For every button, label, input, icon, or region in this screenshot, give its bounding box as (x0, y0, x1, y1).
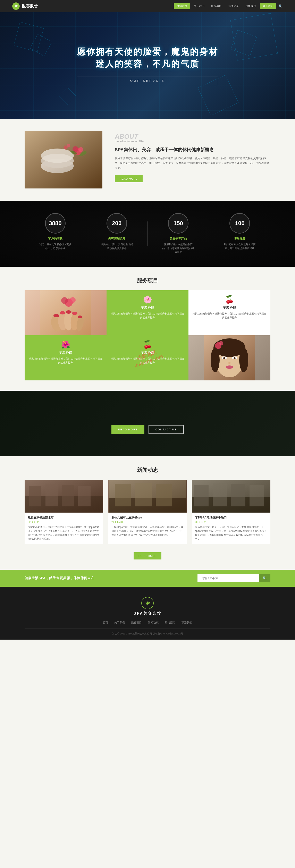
service-card-green-2: 🌺 美容护理 精挑社市的加强与科技进行提升，我们从内部提升从上面有精不漂亮的变化… (25, 335, 107, 380)
logo-icon: ❀ (12, 2, 20, 10)
svg-point-28 (211, 348, 219, 372)
footer-nav-contact[interactable]: 联系我们 (181, 621, 192, 624)
svg-point-23 (70, 297, 76, 303)
service-green-icon-1: 🌸 (111, 295, 184, 304)
nav-services[interactable]: 服务项目 (208, 3, 225, 9)
news-content-2: 了解SPA常见按摩手法们 2019-05-11 SPA是现代女士每天十分流行的休… (192, 513, 270, 544)
svg-point-33 (234, 357, 236, 359)
logo[interactable]: ❀ 悦容肤舍 (12, 2, 38, 10)
footer-copyright: 版权 © 2011-2019 某某美容机构公司 版权所有 粤ICP备xxxxxx… (25, 632, 270, 636)
service-card-white-1: 🍒 美容护理 精挑社市的加强与科技进行提升，我们从内部提升从上面有精不漂亮的变化… (188, 290, 270, 335)
logo-text: 悦容肤舍 (22, 3, 38, 9)
about-label: ABOUT (115, 133, 270, 140)
stat-number-3: 100 (230, 213, 250, 234)
spa-read-more-button[interactable]: READ MORE (115, 175, 143, 182)
spa-intro-section: ABOUT the advantages of SPA SPA集休闲、美容、减压… (0, 119, 295, 201)
promo-read-more-button[interactable]: READ MORE (112, 425, 144, 434)
news-date-0: 2019-05-11 (28, 521, 100, 523)
svg-point-17 (54, 314, 59, 317)
spa-intro-content: ABOUT the advantages of SPA SPA集休闲、美容、减压… (115, 131, 270, 182)
stat-label-1: 拥有资深技师 (86, 237, 147, 241)
nav-about[interactable]: 关于我们 (191, 3, 207, 9)
header-search-icon[interactable]: 🔍 (278, 4, 283, 8)
service-green-title-2: 美容护理 (29, 351, 102, 355)
news-section: 新闻动态 (0, 456, 295, 570)
service-green-text-1: 精挑社市的加强与科技进行提升，我们从内部提升从上面有精不漂亮的变化和提升 (111, 312, 184, 319)
news-read-more-button[interactable]: READ MORE (134, 552, 161, 559)
stat-item-0: 3880 客户的满意 我们一直在为客服务投入更多心力，把您服务好 (25, 213, 86, 250)
hero-line1: 愿你拥有天使的脸蛋，魔鬼的身材 (77, 46, 218, 58)
news-text-2: SPA是现代女士每天十分流行的休闲活动，女性朋友们去做一下spa是很放松的减压方… (195, 525, 267, 541)
nav-news[interactable]: 新闻动态 (225, 3, 242, 9)
service-card-green-3: 仿梦无忧dedcms.com 🍒 美容护理 精挑社市的加强与科技进行提升，我们从… (107, 335, 188, 380)
news-title: 新闻动态 (25, 466, 270, 474)
nav-contact[interactable]: 联系我们 (260, 3, 276, 9)
footer-logo: ❀ SPA美容会馆 (25, 597, 270, 616)
svg-point-32 (223, 357, 225, 359)
service-hand-image (25, 290, 107, 335)
nav-home[interactable]: 网站首页 (174, 3, 190, 9)
promo-section: READ MORE CONTACT US (0, 391, 295, 456)
svg-point-20 (72, 312, 78, 315)
stat-label-2: 美容保养产品 (148, 237, 209, 241)
svg-point-8 (67, 144, 70, 147)
news-content-1: 教你几招可以在家做spa 2008-05-31 一提到spa护理，大家难免要想到… (108, 513, 187, 540)
svg-rect-46 (115, 484, 131, 506)
footer-nav-about[interactable]: 关于我们 (114, 621, 125, 624)
news-content-0: 教你在家做脸部水疗 2019-05-11 大家知不知道什么是水疗？SPA是十分流… (25, 513, 103, 544)
promo-contact-button[interactable]: CONTACT US (149, 425, 183, 434)
services-title: 服务项目 (25, 277, 270, 284)
svg-rect-51 (194, 485, 209, 506)
service-card-face (188, 335, 270, 380)
footer-nav-price[interactable]: 价格预定 (165, 621, 175, 624)
news-read-more-wrap: READ MORE (25, 550, 270, 559)
news-date-1: 2008-05-31 (112, 521, 183, 523)
stat-number-0: 3880 (45, 213, 65, 234)
service-white-icon-1: 🍒 (193, 295, 266, 304)
stat-desc-1: 接受专业培训，实习过后才能给顾客提供人服务 (100, 243, 133, 250)
news-card-0: 教你在家做脸部水疗 2019-05-11 大家知不知道什么是水疗？SPA是十分流… (25, 480, 103, 544)
footer-nav: 首页 关于我们 服务项目 新闻动态 价格预定 联系我们 (25, 621, 270, 624)
service-green-icon-2: 🌺 (29, 340, 102, 349)
newsletter-input[interactable] (198, 574, 259, 582)
svg-rect-54 (249, 485, 264, 506)
svg-point-18 (60, 311, 65, 314)
svg-point-7 (63, 146, 68, 150)
footer-nav-services[interactable]: 服务项目 (131, 621, 142, 624)
newsletter-text: 健康生活SPA，赋予你更美丽，体验休闲自在 (25, 576, 94, 580)
stat-desc-2: 使用我们的spa超高品质产品，也给您完整地呵护您的健康肌肤 (162, 243, 195, 254)
footer-logo-text: SPA美容会馆 (134, 611, 161, 616)
stat-desc-0: 我们一直在为客服务投入更多心力，把您服务好 (39, 243, 72, 250)
newsletter-search-button[interactable]: 🔍 (259, 574, 270, 582)
stat-label-0: 客户的满意 (25, 237, 86, 241)
svg-point-35 (226, 366, 233, 369)
service-card-hand (25, 290, 107, 335)
stat-label-3: 售后服务 (209, 237, 270, 241)
stat-number-1: 200 (107, 213, 127, 234)
service-green-icon-3: 🍒 (111, 340, 184, 349)
news-card-1: 教你几招可以在家做spa 2008-05-31 一提到spa护理，大家难免要想到… (108, 480, 187, 544)
news-title-0: 教你在家做脸部水疗 (28, 516, 100, 520)
header: ❀ 悦容肤舍 网站首页 关于我们 服务项目 新闻动态 价格预定 联系我们 🔍 (0, 0, 295, 12)
news-date-2: 2019-05-11 (195, 521, 267, 523)
nav-price[interactable]: 价格预定 (242, 3, 259, 9)
news-title-1: 教你几招可以在家做spa (112, 516, 183, 520)
news-image-1 (108, 480, 187, 513)
footer: ❀ SPA美容会馆 首页 关于我们 服务项目 新闻动态 价格预定 联系我们 版权… (0, 587, 295, 640)
footer-nav-news[interactable]: 新闻动态 (148, 621, 158, 624)
news-card-2: 了解SPA常见按摩手法们 2019-05-11 SPA是现代女士每天十分流行的休… (192, 480, 270, 544)
svg-point-29 (239, 348, 248, 372)
footer-divider (25, 628, 270, 629)
spa-image-placeholder (25, 131, 102, 188)
svg-rect-41 (46, 484, 58, 506)
stat-desc-3: 我们还有专人会跟进每位消费者，针对问题提供有效建议 (223, 243, 256, 250)
spa-intro-text: 利用水调养综合休浴、按摩、淋浴保养品和香薰来达到放松和代谢，满足人体视觉、听觉、… (115, 156, 270, 170)
footer-nav-home[interactable]: 首页 (103, 621, 108, 624)
svg-rect-42 (62, 485, 74, 506)
svg-point-37 (219, 341, 223, 345)
svg-rect-40 (29, 486, 41, 506)
service-green-title-1: 美容护理 (111, 306, 184, 310)
service-card-green-1: 🌸 美容护理 精挑社市的加强与科技进行提升，我们从内部提升从上面有精不漂亮的变化… (107, 290, 188, 335)
news-image-2 (192, 480, 270, 513)
services-grid: 🌸 美容护理 精挑社市的加强与科技进行提升，我们从内部提升从上面有精不漂亮的变化… (25, 290, 270, 380)
